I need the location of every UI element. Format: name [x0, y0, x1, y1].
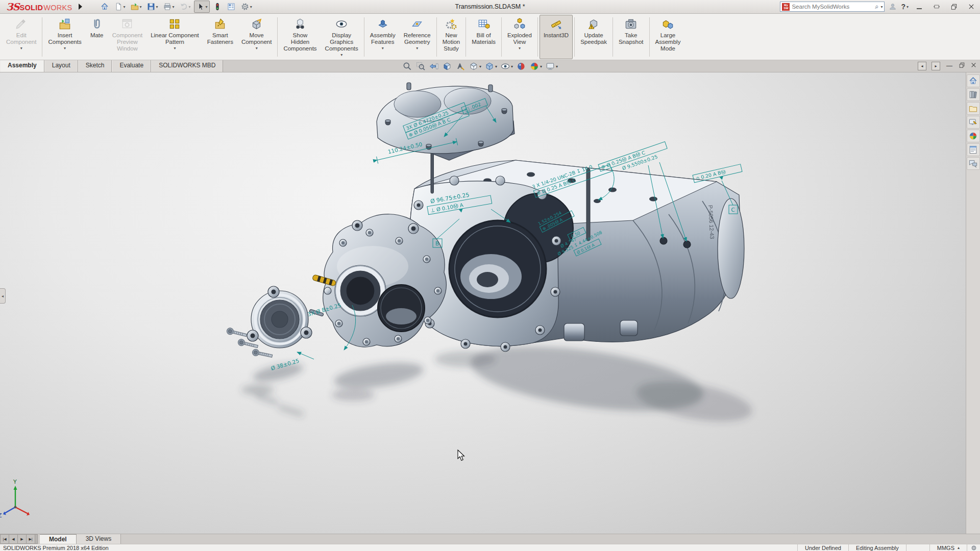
- tab-3d-views[interactable]: 3D Views: [77, 534, 121, 544]
- part-hub-cover[interactable]: [247, 286, 312, 348]
- print-dropdown-icon[interactable]: ▾: [173, 5, 175, 9]
- dowel-pin-short[interactable]: [431, 150, 434, 193]
- search-box[interactable]: MySW ⌕ ▾: [780, 2, 885, 12]
- smart-fasteners-button[interactable]: Smart Fasteners: [203, 15, 237, 59]
- edit-appearance-button[interactable]: [516, 61, 526, 71]
- reference-geometry-button[interactable]: Reference Geometry▾: [400, 15, 435, 59]
- exploded-view-dropdown-icon[interactable]: ▾: [519, 46, 521, 51]
- edit-component-dropdown-icon[interactable]: ▾: [20, 46, 22, 51]
- part-main-housing[interactable]: P-5056 12-43: [407, 160, 744, 352]
- pane-right-button[interactable]: ▸: [932, 62, 940, 70]
- apply-scene-dropdown-icon[interactable]: ▾: [540, 64, 542, 69]
- view-orientation-button[interactable]: ▾: [469, 61, 481, 71]
- view-orientation-dropdown-icon[interactable]: ▾: [479, 64, 481, 69]
- restore-window-button[interactable]: [947, 2, 961, 12]
- tab-evaluate[interactable]: Evaluate: [112, 60, 151, 72]
- search-input[interactable]: [792, 4, 873, 10]
- new-motion-study-button[interactable]: New Motion Study: [438, 15, 464, 59]
- select-button[interactable]: ▾: [194, 1, 210, 13]
- new-document-dropdown-icon[interactable]: ▾: [124, 5, 126, 9]
- tab-layout[interactable]: Layout: [44, 60, 78, 72]
- zoom-to-area-button[interactable]: [415, 61, 426, 71]
- instant3d-button[interactable]: Instant3D: [540, 15, 573, 59]
- span-displays-button[interactable]: [930, 2, 943, 12]
- tab-splitter-handle[interactable]: [35, 534, 38, 544]
- undo-dropdown-icon[interactable]: ▾: [189, 5, 191, 9]
- settings-dropdown-icon[interactable]: ▾: [250, 5, 252, 9]
- tab-assembly[interactable]: Assembly: [0, 60, 44, 72]
- display-graphics-components-button[interactable]: Display Graphics Components▾: [321, 15, 362, 59]
- taskpane-view-palette-button[interactable]: [967, 116, 980, 129]
- new-document-button[interactable]: ▾: [112, 1, 127, 12]
- hide-show-items-button[interactable]: ▾: [500, 61, 513, 71]
- display-graphics-components-dropdown-icon[interactable]: ▾: [340, 53, 342, 57]
- taskpane-appearances-scenes-button[interactable]: [967, 130, 980, 142]
- dynamic-annotation-views-button[interactable]: [455, 61, 465, 71]
- linear-component-pattern-dropdown-icon[interactable]: ▾: [174, 46, 176, 51]
- taskpane-design-library-button[interactable]: [967, 88, 980, 101]
- home-button[interactable]: [99, 1, 111, 12]
- assembly-features-button[interactable]: Assembly Features▾: [366, 15, 400, 59]
- search-icon[interactable]: ⌕: [875, 3, 878, 11]
- zoom-to-fit-button[interactable]: [402, 61, 412, 71]
- minimize-button[interactable]: [913, 2, 926, 12]
- save-dropdown-icon[interactable]: ▾: [156, 5, 158, 9]
- save-button[interactable]: ▾: [145, 1, 160, 12]
- display-style-button[interactable]: ▾: [484, 61, 497, 71]
- taskpane-custom-properties-button[interactable]: [967, 143, 980, 156]
- exploded-view-button[interactable]: Exploded View▾: [503, 15, 536, 59]
- move-component-button[interactable]: Move Component▾: [237, 15, 276, 59]
- user-account-button[interactable]: [889, 3, 897, 11]
- help-dropdown-icon[interactable]: ▾: [906, 5, 909, 9]
- model-canvas[interactable]: P-5056 12-43: [0, 72, 966, 534]
- move-component-dropdown-icon[interactable]: ▾: [256, 46, 258, 51]
- select-dropdown-icon[interactable]: ▾: [206, 5, 208, 9]
- view-settings-dropdown-icon[interactable]: ▾: [556, 64, 558, 69]
- doc-restore-button[interactable]: [959, 61, 965, 70]
- section-view-button[interactable]: [442, 61, 452, 71]
- pane-left-button[interactable]: ◂: [918, 62, 926, 70]
- search-dropdown-icon[interactable]: ▾: [880, 5, 883, 9]
- mate-button[interactable]: Mate: [86, 15, 108, 59]
- hide-show-items-dropdown-icon[interactable]: ▾: [511, 64, 513, 69]
- taskpane-home-button[interactable]: [967, 74, 980, 87]
- doc-minimize-button[interactable]: —: [945, 62, 953, 69]
- display-style-dropdown-icon[interactable]: ▾: [495, 64, 497, 69]
- options-report-button[interactable]: [225, 1, 237, 12]
- tab-solidworks-mbd[interactable]: SOLIDWORKS MBD: [151, 60, 223, 72]
- open-dropdown-icon[interactable]: ▾: [140, 5, 142, 9]
- close-button[interactable]: [965, 2, 978, 12]
- feature-tree-collapse-tab[interactable]: ◂: [0, 288, 6, 304]
- linear-component-pattern-button[interactable]: Linear Component Pattern▾: [146, 15, 203, 59]
- open-button[interactable]: ▾: [129, 1, 143, 12]
- last-tab-button[interactable]: ▶|: [26, 534, 35, 544]
- first-tab-button[interactable]: |◀: [0, 534, 9, 544]
- insert-components-button[interactable]: Insert Components▾: [44, 15, 85, 59]
- next-tab-button[interactable]: ▶: [17, 534, 26, 544]
- unit-system-selector[interactable]: MMGS▴: [929, 544, 967, 551]
- update-speedpak-button[interactable]: Update Speedpak: [576, 15, 611, 59]
- graphics-area[interactable]: P-5056 12-43: [0, 72, 966, 534]
- view-settings-button[interactable]: ▾: [545, 61, 558, 71]
- taskpane-solidworks-forum-button[interactable]: [967, 157, 980, 170]
- status-tag-button[interactable]: [967, 544, 980, 551]
- insert-components-dropdown-icon[interactable]: ▾: [64, 46, 66, 51]
- assembly-features-dropdown-icon[interactable]: ▾: [382, 46, 384, 51]
- selection-filter-button[interactable]: [211, 1, 224, 12]
- reference-geometry-dropdown-icon[interactable]: ▾: [416, 46, 418, 51]
- print-button[interactable]: ▾: [161, 1, 176, 12]
- previous-view-button[interactable]: [429, 61, 439, 71]
- settings-button[interactable]: ▾: [239, 1, 254, 12]
- prev-tab-button[interactable]: ◀: [9, 534, 17, 544]
- menu-flyout-icon[interactable]: [79, 4, 82, 10]
- show-hidden-components-button[interactable]: Show Hidden Components: [279, 15, 321, 59]
- apply-scene-button[interactable]: ▾: [529, 61, 542, 71]
- tab-sketch[interactable]: Sketch: [78, 60, 112, 72]
- bill-of-materials-button[interactable]: Bill of Materials: [468, 15, 500, 59]
- large-assembly-mode-button[interactable]: Large Assembly Mode: [651, 15, 685, 59]
- taskpane-file-explorer-button[interactable]: [967, 102, 980, 115]
- help-button[interactable]: ?▾: [901, 3, 909, 11]
- take-snapshot-button[interactable]: Take Snapshot: [615, 15, 648, 59]
- doc-close-button[interactable]: [970, 61, 977, 70]
- tab-model[interactable]: Model: [40, 534, 77, 544]
